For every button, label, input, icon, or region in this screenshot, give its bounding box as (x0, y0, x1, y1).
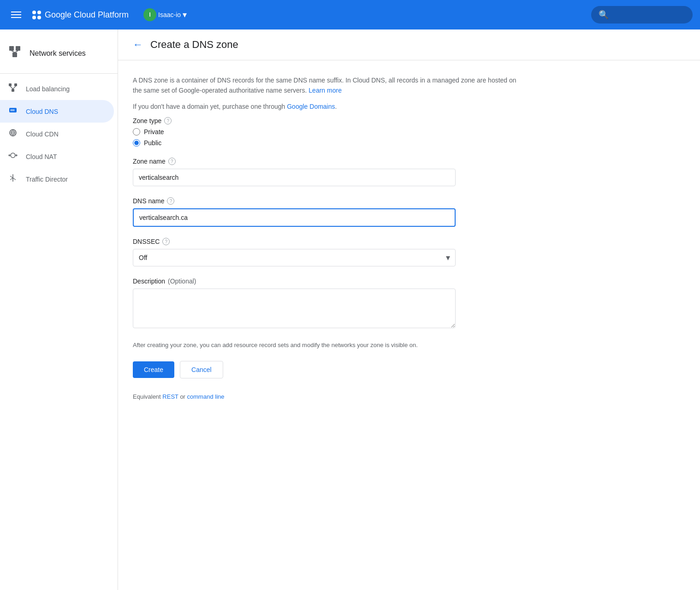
chevron-down-icon: ▾ (183, 10, 187, 20)
sidebar-item-cloud-nat[interactable]: Cloud NAT (0, 145, 114, 168)
sidebar-nav: Load balancing Cloud DNS (0, 74, 118, 190)
svg-rect-6 (14, 83, 17, 86)
sidebar-item-label: Cloud NAT (26, 153, 57, 160)
menu-button[interactable] (7, 8, 25, 22)
description-textarea[interactable] (133, 289, 456, 328)
create-button[interactable]: Create (133, 361, 174, 378)
zone-name-label: Zone name ? (133, 158, 518, 165)
info-text: After creating your zone, you can add re… (133, 341, 518, 350)
zone-name-help-icon[interactable]: ? (168, 158, 176, 165)
cancel-button[interactable]: Cancel (180, 361, 223, 378)
cloud-dns-icon (7, 106, 18, 117)
svg-line-23 (13, 178, 16, 180)
equivalent-links: Equivalent REST or command line (133, 393, 518, 400)
rest-link[interactable]: REST (162, 393, 178, 400)
zone-name-section: Zone name ? (133, 158, 518, 186)
dns-name-input[interactable] (133, 208, 456, 227)
search-bar[interactable]: 🔍 (591, 6, 693, 24)
dnssec-help-icon[interactable]: ? (162, 238, 170, 245)
sidebar-item-label: Cloud CDN (26, 130, 59, 138)
zone-type-private-option[interactable]: Private (133, 128, 518, 136)
google-domains-link[interactable]: Google Domains (287, 103, 335, 110)
project-avatar: I (143, 8, 156, 21)
search-icon: 🔍 (599, 10, 609, 20)
form-actions: Create Cancel (133, 361, 518, 378)
zone-type-section: Zone type ? Private Public (133, 117, 518, 147)
main-content: ← Create a DNS zone A DNS zone is a cont… (118, 30, 700, 590)
dns-name-label: DNS name ? (133, 197, 518, 205)
sidebar-item-cloud-cdn[interactable]: Cloud CDN (0, 123, 114, 145)
sidebar-item-traffic-director[interactable]: Traffic Director (0, 168, 114, 190)
svg-line-22 (10, 176, 13, 178)
sidebar-item-load-balancing[interactable]: Load balancing (0, 77, 114, 100)
svg-rect-2 (12, 53, 17, 57)
load-balancing-icon (7, 83, 18, 94)
zone-type-public-option[interactable]: Public (133, 139, 518, 147)
form-body: A DNS zone is a container of DNS records… (118, 60, 533, 415)
svg-line-3 (12, 51, 15, 53)
app-title: Google Cloud Platform (45, 10, 129, 20)
page-header: ← Create a DNS zone (118, 30, 700, 60)
zone-type-public-radio[interactable] (133, 139, 140, 147)
zone-name-input[interactable] (133, 169, 456, 186)
sidebar: Network services Load balancing (0, 30, 118, 590)
dnssec-select-wrapper: Off On Transfer ▾ (133, 249, 456, 266)
traffic-director-icon (7, 173, 18, 185)
zone-type-help-icon[interactable]: ? (164, 117, 172, 124)
svg-point-18 (11, 153, 15, 158)
main-layout: Network services Load balancing (0, 30, 700, 590)
learn-more-link[interactable]: Learn more (308, 87, 342, 94)
project-name: Isaac-io (158, 11, 181, 18)
dnssec-label: DNSSEC ? (133, 238, 518, 245)
svg-rect-10 (9, 108, 17, 112)
app-header: Google Cloud Platform I Isaac-io ▾ 🔍 (0, 0, 700, 30)
dns-name-help-icon[interactable]: ? (167, 197, 174, 205)
back-button[interactable]: ← (133, 39, 143, 51)
zone-type-label: Zone type ? (133, 117, 518, 124)
command-line-link[interactable]: command line (187, 393, 225, 400)
sidebar-item-cloud-dns[interactable]: Cloud DNS (0, 100, 114, 123)
svg-line-4 (15, 51, 18, 53)
description-section: Description (Optional) (133, 277, 518, 330)
sidebar-item-label: Traffic Director (26, 176, 68, 183)
svg-rect-5 (9, 83, 12, 86)
description-text-2: If you don't have a domain yet, purchase… (133, 101, 518, 112)
description-text-1: A DNS zone is a container of DNS records… (133, 75, 518, 96)
dnssec-select[interactable]: Off On Transfer (133, 249, 456, 266)
sidebar-title: Network services (30, 49, 86, 58)
svg-rect-0 (9, 46, 14, 51)
app-logo: Google Cloud Platform (32, 10, 129, 20)
page-title: Create a DNS zone (150, 39, 238, 51)
svg-rect-7 (12, 89, 14, 92)
cloud-nat-icon (7, 151, 18, 162)
description-label: Description (Optional) (133, 277, 518, 285)
sidebar-item-label: Load balancing (26, 85, 70, 93)
logo-dots-icon (32, 11, 41, 19)
dnssec-section: DNSSEC ? Off On Transfer ▾ (133, 238, 518, 266)
zone-type-radio-group: Private Public (133, 128, 518, 147)
cloud-cdn-icon (7, 128, 18, 140)
svg-line-9 (13, 86, 16, 89)
zone-type-private-radio[interactable] (133, 128, 140, 136)
sidebar-header: Network services (0, 37, 118, 74)
svg-rect-1 (16, 46, 20, 51)
svg-line-24 (10, 178, 13, 180)
network-services-icon (7, 44, 22, 62)
svg-line-8 (10, 86, 13, 89)
zone-type-public-label: Public (144, 139, 161, 147)
zone-type-private-label: Private (144, 128, 164, 136)
sidebar-item-label: Cloud DNS (26, 108, 58, 115)
project-selector[interactable]: I Isaac-io ▾ (143, 8, 187, 21)
dns-name-section: DNS name ? (133, 197, 518, 227)
